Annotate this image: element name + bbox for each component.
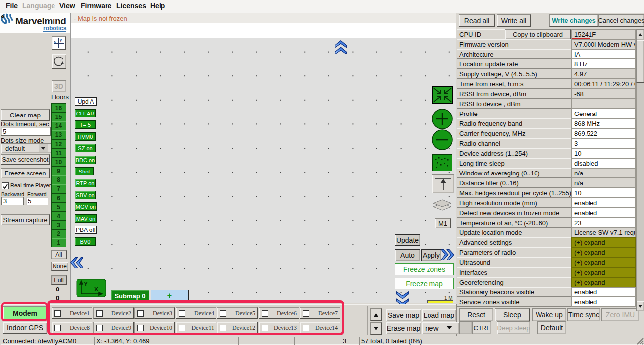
svg-text:x: x bbox=[54, 40, 56, 43]
svg-text:Y: Y bbox=[84, 281, 88, 288]
svg-text:X: X bbox=[94, 286, 98, 293]
svg-text:y: y bbox=[60, 38, 62, 42]
